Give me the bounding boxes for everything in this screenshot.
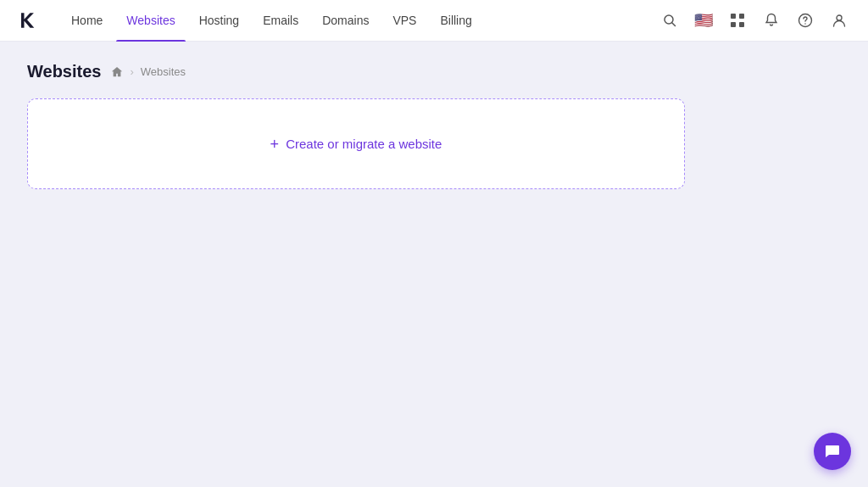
- nav-item-vps[interactable]: VPS: [382, 0, 426, 42]
- create-website-card[interactable]: + Create or migrate a website: [27, 98, 685, 189]
- breadcrumb-separator: ›: [130, 65, 133, 78]
- notifications-button[interactable]: [756, 5, 787, 36]
- svg-line-2: [672, 23, 676, 26]
- svg-rect-6: [739, 22, 744, 27]
- language-button[interactable]: 🇺🇸: [688, 5, 719, 36]
- nav-item-websites[interactable]: Websites: [116, 0, 185, 42]
- nav-actions: 🇺🇸: [654, 5, 854, 36]
- plus-icon: +: [270, 137, 280, 152]
- main-content: Websites › Websites + Create or migrate …: [0, 42, 868, 210]
- svg-rect-3: [731, 14, 736, 19]
- chat-icon: [824, 443, 841, 460]
- logo[interactable]: [14, 7, 41, 34]
- create-website-inner: + Create or migrate a website: [270, 137, 442, 152]
- flag-icon: 🇺🇸: [694, 13, 713, 28]
- chat-bubble[interactable]: [814, 433, 851, 470]
- breadcrumb: › Websites: [111, 65, 186, 78]
- create-website-label: Create or migrate a website: [286, 137, 442, 151]
- nav-item-home[interactable]: Home: [61, 0, 113, 42]
- nav-item-domains[interactable]: Domains: [312, 0, 379, 42]
- account-button[interactable]: [824, 5, 854, 36]
- marketplace-button[interactable]: [722, 5, 753, 36]
- breadcrumb-current: Websites: [141, 65, 186, 78]
- page-title: Websites: [27, 62, 101, 81]
- home-icon: [111, 66, 123, 78]
- svg-rect-5: [731, 22, 736, 27]
- nav-item-hosting[interactable]: Hosting: [189, 0, 249, 42]
- svg-point-8: [804, 23, 806, 25]
- page-header: Websites › Websites: [27, 62, 841, 81]
- nav-item-billing[interactable]: Billing: [430, 0, 481, 42]
- search-button[interactable]: [654, 5, 685, 36]
- help-button[interactable]: [790, 5, 821, 36]
- svg-rect-4: [739, 14, 744, 19]
- svg-point-9: [837, 15, 842, 20]
- nav-links: Home Websites Hosting Emails Domains VPS…: [61, 0, 654, 42]
- navbar: Home Websites Hosting Emails Domains VPS…: [0, 0, 868, 42]
- nav-item-emails[interactable]: Emails: [253, 0, 309, 42]
